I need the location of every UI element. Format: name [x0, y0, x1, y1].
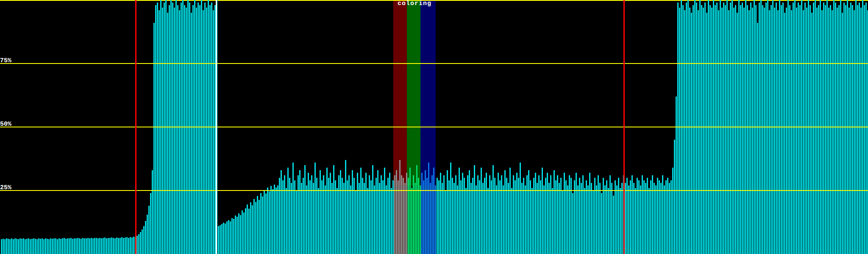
chart-title: coloring	[398, 0, 431, 7]
marker-line-white	[216, 0, 217, 254]
y-axis-label-25: 25%	[0, 185, 11, 191]
marker-line-red-right	[623, 0, 625, 254]
histogram-chart: 75% 50% 25% coloring	[0, 0, 868, 254]
y-axis-label-75: 75%	[0, 58, 11, 64]
marker-line-red-left	[135, 0, 136, 254]
marker-lines-layer	[0, 0, 868, 254]
y-axis-label-50: 50%	[0, 121, 11, 127]
